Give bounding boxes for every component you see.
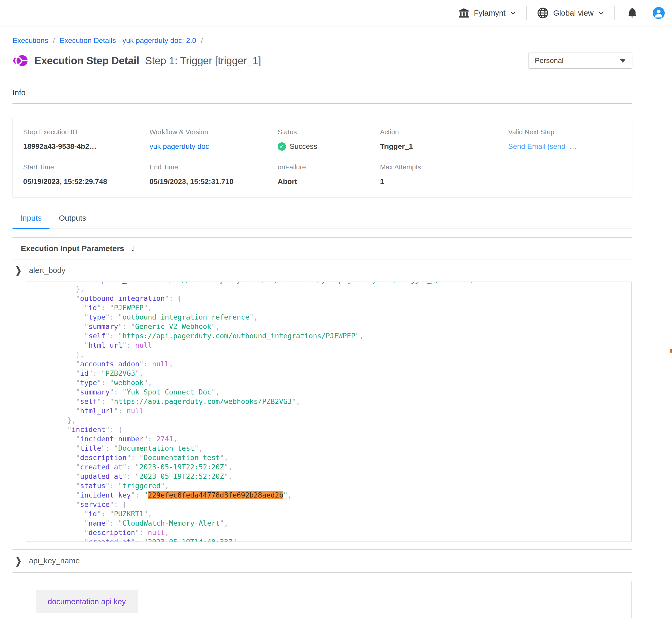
- title-row: Execution Step Detail Step 1: Trigger [t…: [12, 53, 633, 69]
- field-value: 18992a43-9538-4b2…: [23, 142, 150, 151]
- code-line: "outbound_integration": {: [42, 294, 632, 303]
- page-subtitle: Step 1: Trigger [trigger_1]: [145, 55, 261, 67]
- code-line: "html_url": null: [42, 406, 632, 416]
- field-label: Start Time: [23, 163, 150, 171]
- globe-icon: [536, 7, 549, 19]
- highlighted-incident-key: 229efec8feda44778d3fe692b28aed2b: [148, 491, 283, 499]
- code-line: },: [42, 350, 632, 359]
- code-line: "updated_at": "2023-05-19T22:52:20Z",: [42, 472, 632, 481]
- code-line: "status": "triggered",: [42, 481, 632, 491]
- field-label: Action: [380, 128, 508, 136]
- field-label: End Time: [150, 163, 278, 171]
- code-line: "incident_key": "229efec8feda44778d3fe69…: [42, 491, 632, 500]
- api-key-name-card: documentation api key: [26, 581, 632, 618]
- field-value: Trigger_1: [380, 142, 508, 151]
- info-field: Step Execution ID18992a43-9538-4b2…: [23, 128, 150, 151]
- code-line: "type": "outbound_integration_reference"…: [42, 313, 632, 322]
- api-key-name-expander[interactable]: ❯ api_key_name: [15, 550, 633, 572]
- topbar-divider: [614, 6, 615, 20]
- org-switcher[interactable]: Fylamynt: [458, 7, 516, 19]
- status-text: Success: [289, 142, 317, 151]
- success-check-icon: ✓: [278, 142, 286, 151]
- field-value: 05/19/2023, 15:52:31.710: [150, 178, 278, 186]
- info-field: End Time05/19/2023, 15:52:31.710: [150, 163, 278, 186]
- code-line: "self": "https://api.pagerduty.com/webho…: [42, 397, 632, 406]
- info-field: Valid Next StepSend Email [send_…: [508, 128, 622, 151]
- api-key-name-chip: documentation api key: [36, 590, 138, 613]
- code-line: "created_at": "2023-05-19T14:40:33Z",: [42, 537, 632, 542]
- code-line: "incident": {: [42, 425, 632, 434]
- bank-icon: [458, 7, 470, 19]
- chevron-down-icon: [598, 10, 604, 16]
- field-label: Status: [278, 128, 380, 136]
- code-line: },: [42, 284, 632, 294]
- field-value[interactable]: yuk pagerduty doc: [150, 142, 278, 151]
- code-line: "title": "Documentation test",: [42, 444, 632, 453]
- code-line: "summary": "Generic V2 Webhook",: [42, 322, 632, 331]
- select-caret-icon: [620, 59, 626, 63]
- field-value: ✓Success: [278, 142, 380, 151]
- info-field: onFailureAbort: [278, 163, 380, 186]
- alert-body-label: alert_body: [29, 266, 65, 275]
- breadcrumb-separator: /: [53, 36, 55, 45]
- view-label: Global view: [553, 9, 594, 17]
- info-heading: Info: [12, 88, 633, 97]
- tab-inputs[interactable]: Inputs: [12, 214, 50, 229]
- code-line: "incident_number": 2741,: [42, 434, 632, 444]
- code-line: "summary": "Yuk Spot Connect Doc",: [42, 388, 632, 397]
- user-avatar[interactable]: [653, 7, 665, 19]
- info-field: Start Time05/19/2023, 15:52:29.748: [23, 163, 150, 186]
- code-line: "html_url": null: [42, 341, 632, 350]
- info-field: ActionTrigger_1: [380, 128, 508, 151]
- code-line: "description": null,: [42, 528, 632, 537]
- execution-input-parameters-title: Execution Input Parameters: [21, 244, 124, 253]
- field-label: Step Execution ID: [23, 128, 150, 136]
- code-line: "id": "PJFWPEP",: [42, 303, 632, 313]
- breadcrumb-execution-details[interactable]: Execution Details - yuk pagerduty doc: 2…: [60, 36, 196, 45]
- execution-input-parameters-row: Execution Input Parameters ↓: [21, 243, 633, 253]
- breadcrumb: Executions / Execution Details - yuk pag…: [12, 36, 633, 45]
- view-switcher[interactable]: Global view: [536, 7, 604, 19]
- section-divider: [12, 237, 633, 238]
- workflow-step-icon: [12, 54, 29, 68]
- field-label: onFailure: [278, 163, 380, 171]
- field-value: 1: [380, 178, 508, 186]
- code-line: "service": {: [42, 500, 632, 509]
- json-code-content: "endpoint_url": "https://hooks.fylamynt.…: [26, 282, 632, 542]
- field-value[interactable]: Send Email [send_…: [508, 142, 622, 151]
- info-field: Max Attempts1: [380, 163, 508, 186]
- top-navigation-bar: Fylamynt Global view: [0, 0, 672, 26]
- json-code-viewer[interactable]: "endpoint_url": "https://hooks.fylamynt.…: [26, 282, 632, 542]
- api-key-name-label: api_key_name: [29, 556, 80, 565]
- breadcrumb-separator: /: [201, 36, 203, 45]
- alert-body-expander[interactable]: ❯ alert_body: [15, 260, 633, 282]
- code-line: "id": "PUZKRT1",: [42, 509, 632, 519]
- field-label: Valid Next Step: [508, 128, 622, 136]
- scope-select[interactable]: Personal: [528, 53, 633, 69]
- code-line: "endpoint_url": "https://hooks.fylamynt.…: [42, 282, 632, 284]
- chevron-right-icon: ❯: [15, 265, 22, 276]
- code-line: "type": "webhook",: [42, 378, 632, 388]
- section-divider: [12, 572, 633, 573]
- tab-outputs[interactable]: Outputs: [51, 214, 94, 229]
- org-label: Fylamynt: [474, 9, 506, 17]
- field-label: Workflow & Version: [150, 128, 278, 136]
- chevron-right-icon: ❯: [15, 555, 22, 566]
- field-label: Max Attempts: [380, 163, 508, 171]
- code-line: "self": "https://api.pagerduty.com/outbo…: [42, 331, 632, 341]
- field-value: 05/19/2023, 15:52:29.748: [23, 178, 150, 186]
- download-arrow-icon[interactable]: ↓: [131, 243, 136, 253]
- code-line: "description": "Documentation test",: [42, 453, 632, 462]
- notifications-bell-icon[interactable]: [627, 6, 638, 20]
- info-field: Status✓Success: [278, 128, 380, 151]
- info-field: Workflow & Versionyuk pagerduty doc: [150, 128, 278, 151]
- scrollbar-find-marker[interactable]: [670, 349, 672, 352]
- topbar-divider: [526, 6, 527, 20]
- code-line: "id": "PZB2VG3",: [42, 369, 632, 378]
- info-divider: [12, 103, 633, 104]
- code-line: "name": "CloudWatch-Memory-Alert",: [42, 519, 632, 528]
- code-line: "accounts_addon": null,: [42, 359, 632, 369]
- breadcrumb-executions[interactable]: Executions: [12, 36, 48, 45]
- scope-selected-value: Personal: [535, 57, 564, 65]
- code-line: "created_at": "2023-05-19T22:52:20Z",: [42, 462, 632, 472]
